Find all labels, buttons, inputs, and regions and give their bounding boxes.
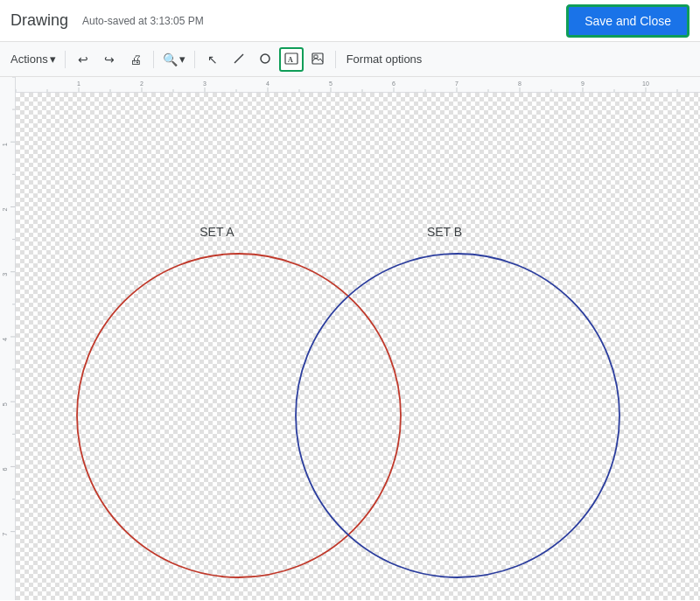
redo-button[interactable]: ↪ [97, 47, 122, 72]
svg-point-1 [261, 54, 270, 63]
actions-chevron-icon: ▾ [50, 52, 56, 66]
svg-text:2: 2 [2, 208, 9, 212]
venn-diagram-svg: SET A SET B [16, 93, 700, 600]
toolbar-separator-2 [153, 51, 154, 68]
actions-label: Actions [10, 52, 48, 66]
svg-line-0 [234, 54, 243, 63]
set-a-label: SET A [200, 225, 234, 239]
svg-text:9: 9 [581, 80, 584, 87]
svg-text:6: 6 [2, 467, 9, 471]
insert-image-button[interactable] [305, 47, 330, 72]
actions-menu-button[interactable]: Actions ▾ [7, 47, 60, 72]
toolbar: Actions ▾ ↩ ↪ 🖨 🔍 ▾ ↖ [0, 42, 700, 77]
svg-text:4: 4 [266, 80, 270, 87]
svg-text:3: 3 [203, 80, 206, 87]
svg-text:3: 3 [2, 273, 9, 276]
insert-image-icon [312, 52, 324, 66]
print-button[interactable]: 🖨 [123, 47, 148, 72]
redo-icon: ↪ [104, 53, 115, 66]
svg-text:7: 7 [2, 533, 9, 536]
select-tool-button[interactable]: ↖ [200, 47, 225, 72]
svg-text:7: 7 [455, 80, 458, 87]
app-title: Drawing [10, 11, 68, 30]
format-options-button[interactable]: Format options [346, 52, 423, 66]
svg-text:6: 6 [392, 80, 396, 87]
toolbar-separator-3 [194, 51, 195, 68]
svg-text:1: 1 [2, 143, 9, 146]
undo-button[interactable]: ↩ [71, 47, 95, 72]
canvas-background: SET A SET B [16, 93, 700, 600]
ruler-horizontal: 1 2 3 4 5 6 7 8 9 10 [16, 77, 700, 93]
svg-text:1: 1 [77, 80, 80, 87]
shape-tool-button[interactable] [253, 47, 277, 72]
drawing-canvas[interactable]: SET A SET B [16, 93, 700, 600]
circle-set-a [77, 254, 401, 577]
ruler-vertical: 1 2 3 4 5 6 7 [0, 77, 16, 600]
undo-icon: ↩ [78, 53, 88, 66]
shape-circle-icon [259, 52, 271, 66]
save-and-close-button[interactable]: Save and Close [566, 4, 690, 38]
header: Drawing Auto-saved at 3:13:05 PM Save an… [0, 0, 700, 42]
svg-rect-29 [16, 77, 700, 93]
line-tool-button[interactable] [227, 47, 251, 72]
svg-text:2: 2 [140, 80, 144, 87]
zoom-chevron-icon: ▾ [179, 52, 186, 66]
svg-text:5: 5 [329, 80, 332, 87]
svg-text:10: 10 [642, 80, 649, 87]
ruler-vertical-svg: 1 2 3 4 5 6 7 [0, 77, 16, 600]
toolbar-separator-4 [335, 51, 336, 68]
svg-text:A: A [288, 56, 293, 64]
svg-text:4: 4 [2, 338, 9, 341]
word-art-icon: A [284, 52, 298, 67]
word-art-tool-button[interactable]: A [279, 47, 304, 72]
set-b-label: SET B [427, 225, 462, 239]
zoom-button[interactable]: 🔍 ▾ [159, 47, 189, 72]
line-icon [233, 52, 245, 66]
autosave-status: Auto-saved at 3:13:05 PM [82, 15, 566, 27]
canvas-area: 1 2 3 4 5 6 7 [0, 77, 700, 600]
select-icon: ↖ [207, 53, 218, 66]
ruler-horizontal-svg: 1 2 3 4 5 6 7 8 9 10 [16, 77, 700, 93]
svg-text:5: 5 [2, 402, 9, 406]
print-icon: 🖨 [130, 53, 142, 66]
svg-text:8: 8 [518, 80, 522, 87]
zoom-icon: 🔍 [163, 53, 178, 66]
toolbar-separator-1 [65, 51, 66, 68]
circle-set-b [296, 254, 620, 577]
